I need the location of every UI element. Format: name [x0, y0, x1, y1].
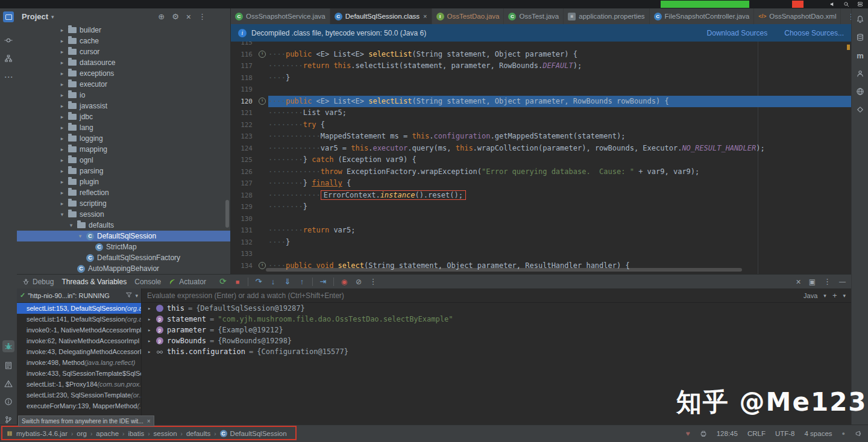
breadcrumb-item-apache[interactable]: apache: [96, 430, 119, 437]
chevron-right-icon[interactable]: ▸: [148, 305, 153, 311]
variable-row-this.configuration[interactable]: ▸this.configuration={Configuration@15577…: [142, 346, 851, 357]
chevron-right-icon[interactable]: ▸: [59, 92, 65, 98]
language-selector[interactable]: Java: [804, 292, 817, 299]
filter-funnel-icon[interactable]: [125, 291, 133, 300]
code-line-118[interactable]: 118····}: [231, 72, 851, 84]
chevron-right-icon[interactable]: ▸: [148, 338, 153, 344]
editor-tab-application.properties[interactable]: ≡application.properties: [564, 8, 649, 24]
line-number[interactable]: 127: [231, 178, 256, 190]
chevron-right-icon[interactable]: ▸: [59, 49, 65, 55]
code-line-115[interactable]: 115: [231, 42, 851, 49]
variable-row-statement[interactable]: ▸pstatement="com.yjh.mushroom.file.dao.O…: [142, 314, 851, 325]
line-number[interactable]: 133: [231, 248, 256, 260]
stack-frame-row[interactable]: invoke:498, Method (java.lang.reflect): [17, 357, 141, 368]
override-marker-icon[interactable]: ↑: [259, 262, 266, 269]
tree-item-ognl[interactable]: ▸ognl: [17, 155, 230, 166]
tree-item-reflection[interactable]: ▸reflection: [17, 187, 230, 198]
project-panel-title[interactable]: Project: [22, 12, 48, 21]
chevron-right-icon[interactable]: ▸: [148, 349, 153, 355]
chevron-right-icon[interactable]: ▸: [59, 190, 65, 196]
gutter[interactable]: [256, 60, 268, 72]
scrollbar-error-stripe[interactable]: [847, 45, 850, 50]
search-icon[interactable]: [843, 1, 849, 7]
stack-frame-row[interactable]: selectList:-1, $Proxy184 (com.sun.prox..…: [17, 379, 141, 390]
override-marker-icon[interactable]: ↑: [259, 51, 266, 58]
chevron-right-icon[interactable]: ▸: [59, 201, 65, 207]
step-over-icon[interactable]: ↷: [254, 278, 263, 286]
horizontal-scrollbar[interactable]: [266, 268, 742, 272]
line-number[interactable]: 125: [231, 154, 256, 166]
rerun-icon[interactable]: ⟳: [219, 277, 227, 286]
chevron-right-icon[interactable]: ▸: [59, 103, 65, 109]
gutter[interactable]: ↑: [256, 96, 268, 108]
tree-item-StrictMap[interactable]: CStrictMap: [17, 241, 230, 252]
debug-tab-Actuator[interactable]: Actuator: [169, 278, 206, 286]
tree-item-cursor[interactable]: ▸cursor: [17, 46, 230, 57]
tool-strip-todo-icon[interactable]: [2, 360, 14, 372]
evaluate-expression-input[interactable]: Evaluate expression (Enter) or add a wat…: [147, 291, 799, 300]
tree-item-session[interactable]: ▾session: [17, 209, 230, 220]
minimize-icon[interactable]: —: [839, 278, 846, 285]
line-number[interactable]: 130: [231, 213, 256, 225]
line-number[interactable]: 118: [231, 72, 256, 84]
mute-breakpoints-icon[interactable]: ⊘: [354, 278, 363, 286]
breadcrumb-item-mybatis-3.4.6.jar[interactable]: mybatis-3.4.6.jar: [6, 430, 68, 437]
editor-tab-OssSnapshotService.java[interactable]: COssSnapshotService.java: [231, 8, 330, 24]
chevron-down-icon[interactable]: ▾: [843, 293, 846, 299]
tool-strip-commit-icon[interactable]: [2, 34, 14, 46]
layout-icon[interactable]: ▣: [809, 278, 816, 285]
stop-icon[interactable]: ■: [233, 278, 242, 286]
code-line-124[interactable]: 124············var5 = this.executor.quer…: [231, 143, 851, 155]
line-number[interactable]: 121: [231, 107, 256, 119]
close-icon[interactable]: ×: [796, 278, 800, 286]
chevron-right-icon[interactable]: ▸: [59, 27, 65, 33]
chevron-right-icon[interactable]: ▸: [59, 38, 65, 44]
close-icon[interactable]: ×: [423, 13, 427, 20]
line-number[interactable]: 126: [231, 166, 256, 178]
editor-tab-OssTestDao.java[interactable]: IOssTestDao.java: [432, 8, 505, 24]
gutter[interactable]: [256, 143, 268, 155]
editor-tab-DefaultSqlSession.class[interactable]: CDefaultSqlSession.class×: [330, 8, 432, 24]
variable-row-this[interactable]: ▸this={DefaultSqlSession@19287}: [142, 303, 851, 314]
print-icon[interactable]: [700, 430, 707, 437]
tree-item-datasource[interactable]: ▸datasource: [17, 57, 230, 68]
chevron-down-icon[interactable]: ▾: [135, 293, 138, 299]
tool-strip-bean-icon[interactable]: [854, 67, 866, 79]
gutter[interactable]: [256, 225, 268, 237]
chevron-right-icon[interactable]: ▸: [59, 114, 65, 120]
chevron-right-icon[interactable]: ▸: [59, 146, 65, 152]
gutter[interactable]: [256, 84, 268, 96]
tree-item-jdbc[interactable]: ▸jdbc: [17, 111, 230, 122]
choose-sources-link[interactable]: Choose Sources...: [784, 29, 844, 37]
tree-item-exceptions[interactable]: ▸exceptions: [17, 68, 230, 79]
settings-icon[interactable]: ⚙: [172, 13, 179, 20]
more-icon[interactable]: ⋮: [823, 278, 831, 285]
download-sources-link[interactable]: Download Sources: [707, 29, 768, 37]
chevron-right-icon[interactable]: ▸: [59, 157, 65, 163]
stack-frame-row[interactable]: executeForMany:139, MapperMethod (...: [17, 400, 141, 411]
tree-item-javassist[interactable]: ▸javassist: [17, 101, 230, 111]
control-center-icon[interactable]: [857, 1, 863, 7]
gutter[interactable]: [256, 119, 268, 131]
code-line-131[interactable]: 131········return var5;: [231, 225, 851, 237]
stack-frame-row[interactable]: invoke0:-1, NativeMethodAccessorImpl...: [17, 325, 141, 335]
code-line-125[interactable]: 125········} catch (Exception var9) {: [231, 154, 851, 166]
tree-item-mapping[interactable]: ▸mapping: [17, 144, 230, 155]
breadcrumb-item-ibatis[interactable]: ibatis: [128, 430, 144, 437]
gutter[interactable]: [256, 154, 268, 166]
gutter[interactable]: [256, 237, 268, 249]
more-icon[interactable]: ⋮: [841, 8, 851, 24]
chevron-right-icon[interactable]: ▸: [59, 179, 65, 185]
chevron-right-icon[interactable]: ▸: [59, 168, 65, 174]
tree-item-AutoMappingBehavior[interactable]: CAutoMappingBehavior: [17, 263, 230, 274]
tree-item-builder[interactable]: ▸builder: [17, 25, 230, 36]
tree-item-plugin[interactable]: ▸plugin: [17, 176, 230, 187]
close-icon[interactable]: ×: [147, 418, 151, 425]
code-line-119[interactable]: 119: [231, 84, 851, 96]
gutter[interactable]: [256, 213, 268, 225]
line-number[interactable]: 123: [231, 131, 256, 143]
chevron-right-icon[interactable]: ▸: [59, 135, 65, 142]
breadcrumb-item-session[interactable]: session: [154, 430, 177, 437]
code-line-117[interactable]: 117········return this.selectList(statem…: [231, 60, 851, 72]
line-number[interactable]: 116: [231, 49, 256, 61]
